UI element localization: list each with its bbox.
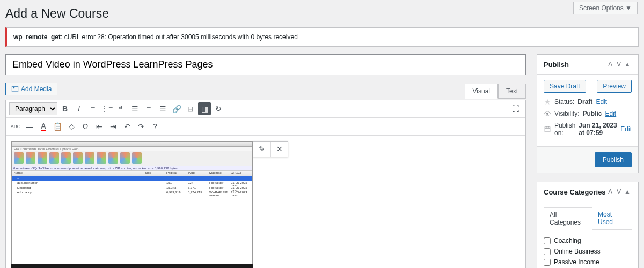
reload-button[interactable]: ↻ (212, 102, 225, 115)
category-label: Online Business (554, 248, 601, 255)
publish-panel: Publish ᐱ ᐯ ▲ Save Draft Preview Status:… (537, 54, 639, 173)
panel-down-icon[interactable]: ᐯ (614, 60, 623, 69)
media-icon (11, 85, 19, 93)
tab-visual[interactable]: Visual (465, 84, 498, 99)
panel-up-icon[interactable]: ᐱ (606, 188, 614, 196)
categories-panel: Course Categories ᐱ ᐯ ▲ All Categories M… (537, 182, 639, 268)
category-label: Passive Income (554, 258, 599, 266)
tab-most-used[interactable]: Most Used (592, 207, 632, 229)
video-frame: File Commands Tools Favorites Options He… (11, 141, 253, 264)
editor-canvas[interactable]: ✎ ✕ File Commands Tools Favorites Option… (6, 136, 525, 268)
italic-button[interactable]: I (72, 102, 85, 115)
pin-icon (544, 98, 551, 106)
panel-toggle-icon[interactable]: ▲ (623, 60, 632, 69)
svg-rect-2 (545, 127, 550, 132)
format-select[interactable]: Paragraph (9, 102, 57, 115)
tab-text[interactable]: Text (498, 84, 526, 99)
hr-button[interactable]: — (23, 120, 36, 133)
edit-status-link[interactable]: Edit (596, 98, 607, 106)
paste-text-button[interactable]: 📋 (51, 120, 64, 133)
link-button[interactable]: 🔗 (170, 102, 183, 115)
category-checkbox[interactable] (544, 259, 551, 266)
error-msg: : cURL error 28: Operation timed out aft… (61, 33, 298, 41)
save-draft-button[interactable]: Save Draft (544, 80, 586, 93)
text-color-button[interactable]: A (37, 120, 50, 133)
redo-button[interactable]: ↷ (135, 120, 148, 133)
blockquote-button[interactable]: ❝ (114, 102, 127, 115)
category-item[interactable]: Coaching (544, 235, 632, 246)
svg-point-1 (546, 113, 548, 115)
help-button[interactable]: ? (149, 120, 162, 133)
align-left-button[interactable]: ☰ (128, 102, 141, 115)
course-title-input[interactable] (5, 54, 526, 75)
category-label: Coaching (554, 237, 581, 244)
page-title: Add a New Course (0, 0, 644, 24)
fullscreen-button[interactable]: ⛶ (509, 102, 522, 115)
panel-up-icon[interactable]: ᐱ (606, 60, 614, 69)
preview-button[interactable]: Preview (597, 80, 632, 93)
panel-down-icon[interactable]: ᐯ (614, 188, 623, 196)
category-checkbox[interactable] (544, 237, 551, 244)
calendar-icon (544, 125, 551, 133)
category-list: CoachingOnline BusinessPassive IncomePho… (544, 235, 632, 268)
error-fn: wp_remote_get (13, 33, 61, 41)
edit-visibility-link[interactable]: Edit (605, 110, 616, 117)
edit-embed-button[interactable]: ✎ (253, 142, 270, 157)
video-controls: 00:00 00:10 (11, 264, 253, 268)
publish-button[interactable]: Publish (595, 152, 632, 167)
number-list-button[interactable]: ⋮≡ (100, 102, 113, 115)
remove-embed-button[interactable]: ✕ (270, 142, 288, 157)
toolbar-toggle-button[interactable]: ▦ (198, 102, 211, 115)
outdent-button[interactable]: ⇤ (93, 120, 106, 133)
readmore-button[interactable]: ⊟ (184, 102, 197, 115)
category-item[interactable]: Online Business (544, 246, 632, 257)
strikethrough-button[interactable]: ABC (9, 120, 22, 133)
special-char-button[interactable]: Ω (79, 120, 92, 133)
screen-options-toggle[interactable]: Screen Options ▼ (573, 2, 638, 14)
bold-button[interactable]: B (58, 102, 71, 115)
wysiwyg-editor: Paragraph B I ≡ ⋮≡ ❝ ☰ ≡ ☰ 🔗 ⊟ ▦ ↻ ⛶ ABC (5, 100, 526, 268)
edit-schedule-link[interactable]: Edit (620, 125, 632, 133)
undo-button[interactable]: ↶ (121, 120, 134, 133)
panel-toggle-icon[interactable]: ▲ (623, 188, 632, 196)
add-media-button[interactable]: Add Media (5, 83, 57, 95)
bullet-list-button[interactable]: ≡ (86, 102, 99, 115)
category-item[interactable]: Passive Income (544, 257, 632, 267)
categories-title: Course Categories (544, 188, 606, 196)
error-notice: wp_remote_get: cURL error 28: Operation … (5, 27, 639, 47)
tab-all-categories[interactable]: All Categories (544, 207, 592, 230)
embed-toolbar: ✎ ✕ (253, 141, 288, 157)
eye-icon (544, 110, 551, 117)
add-media-label: Add Media (21, 85, 52, 93)
category-checkbox[interactable] (544, 248, 551, 255)
clear-format-button[interactable]: ◇ (65, 120, 78, 133)
indent-button[interactable]: ⇥ (107, 120, 120, 133)
svg-point-0 (13, 87, 15, 89)
publish-title: Publish (544, 61, 606, 69)
video-embed[interactable]: File Commands Tools Favorites Options He… (11, 141, 253, 268)
align-center-button[interactable]: ≡ (142, 102, 155, 115)
align-right-button[interactable]: ☰ (156, 102, 169, 115)
